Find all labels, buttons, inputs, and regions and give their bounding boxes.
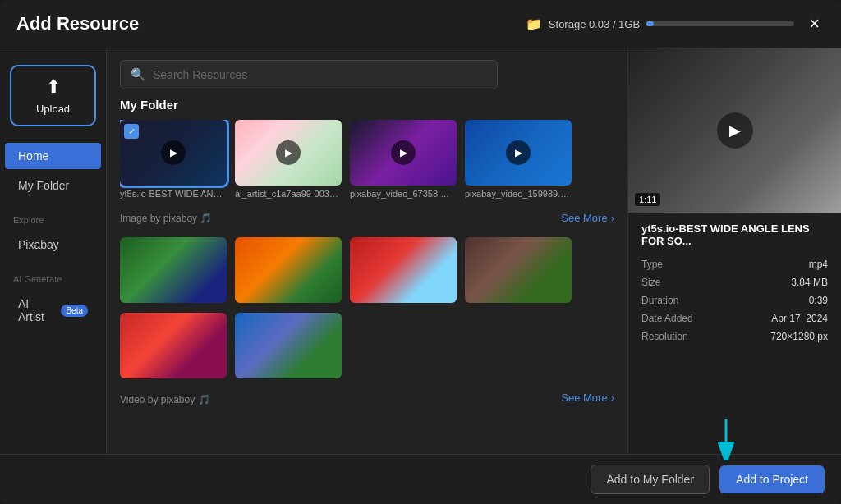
image-row-2 (120, 313, 614, 378)
see-more-button[interactable]: See More › (561, 208, 614, 227)
play-icon: ▶ (506, 140, 531, 165)
preview-play-icon[interactable]: ▶ (717, 112, 753, 149)
thumbnail[interactable] (235, 237, 342, 303)
thumbnail[interactable]: ✓ ▶ (120, 120, 227, 186)
image-row (120, 237, 614, 303)
header: Add Resource 📁 Storage 0.03 / 1GB × (0, 0, 841, 48)
play-icon: ▶ (161, 140, 186, 165)
item-label: ai_artist_c1a7aa99-003e-... (235, 189, 342, 199)
thumbnail[interactable]: ▶ (350, 120, 457, 186)
item-label: pixabay_video_159939.mp4 (465, 189, 572, 199)
play-icon: ▶ (391, 140, 416, 165)
info-row-date: Date Added Apr 17, 2024 (641, 313, 828, 324)
info-row-duration: Duration 0:39 (641, 295, 828, 306)
storage-label: Storage 0.03 / 1GB (549, 18, 640, 30)
item-label: pixabay_video_67358.mp4 (350, 189, 457, 199)
info-row-size: Size 3.84 MB (641, 277, 828, 288)
upload-label: Upload (36, 103, 70, 115)
sidebar-item-home[interactable]: Home (5, 143, 101, 169)
resolution-value: 720×1280 px (770, 331, 828, 342)
size-label: Size (641, 277, 660, 288)
modal-title: Add Resource (16, 13, 139, 34)
list-item[interactable] (235, 313, 342, 378)
list-item[interactable] (350, 237, 457, 303)
storage-bar-fill (646, 21, 654, 26)
sidebar-item-ai-artist[interactable]: AI Artist Beta (5, 291, 101, 330)
main-content: 🔍 My Folder ✓ ▶ yt5s.io-BEST WIDE ANGLE.… (107, 48, 627, 454)
preview-filename: yt5s.io-BEST WIDE ANGLE LENS FOR SO... (641, 222, 828, 247)
type-value: mp4 (809, 259, 828, 270)
folder-icon: 📁 (526, 16, 542, 32)
play-icon: ▶ (276, 140, 301, 165)
thumbnail[interactable] (120, 313, 227, 378)
right-panel: ▶ 1:11 yt5s.io-BEST WIDE ANGLE LENS FOR … (627, 48, 841, 454)
storage-bar-bg (646, 21, 794, 26)
thumbnail[interactable] (120, 237, 227, 303)
check-icon: ✓ (124, 124, 139, 139)
preview-duration: 1:11 (635, 193, 660, 206)
ai-section-label: AI Generate (0, 268, 106, 287)
beta-badge: Beta (61, 305, 88, 317)
thumbnail[interactable] (235, 313, 342, 378)
arrow-indicator (710, 419, 742, 460)
thumbnail[interactable]: ▶ (465, 120, 572, 186)
add-to-project-button[interactable]: Add to Project (719, 465, 825, 493)
video-credit: Video by pixaboy 🎵 (120, 394, 210, 405)
resolution-label: Resolution (641, 331, 688, 342)
chevron-right-icon: › (611, 212, 614, 224)
sidebar-item-pixabay[interactable]: Pixabay (5, 231, 101, 258)
duration-value: 0:39 (809, 295, 828, 306)
modal: Add Resource 📁 Storage 0.03 / 1GB × ⬆ Up… (0, 0, 841, 504)
upload-icon: ⬆ (46, 76, 61, 98)
footer: Add to My Folder Add to Project (0, 454, 841, 504)
list-item[interactable] (235, 237, 342, 303)
add-to-my-folder-button[interactable]: Add to My Folder (591, 465, 710, 494)
thumbnail[interactable] (465, 237, 572, 303)
search-bar: 🔍 (120, 60, 498, 89)
list-item[interactable] (120, 237, 227, 303)
chevron-right-icon-2: › (611, 392, 614, 404)
list-item[interactable]: ▶ pixabay_video_159939.mp4 (465, 120, 572, 199)
sidebar-item-my-folder[interactable]: My Folder (5, 172, 101, 199)
info-row-type: Type mp4 (641, 259, 828, 270)
header-right: 📁 Storage 0.03 / 1GB × (526, 11, 825, 36)
list-item[interactable] (120, 313, 227, 378)
storage-info: 📁 Storage 0.03 / 1GB (526, 16, 794, 32)
section-label-my-folder: My Folder (120, 98, 614, 112)
preview-thumbnail: ▶ 1:11 (628, 48, 841, 213)
grid-area: ✓ ▶ yt5s.io-BEST WIDE ANGLE... ▶ ai_arti… (120, 120, 614, 442)
video-row: ✓ ▶ yt5s.io-BEST WIDE ANGLE... ▶ ai_arti… (120, 120, 614, 199)
list-item[interactable]: ✓ ▶ yt5s.io-BEST WIDE ANGLE... (120, 120, 227, 199)
see-more-button-2[interactable]: See More › (561, 388, 614, 407)
body: ⬆ Upload Home My Folder Explore Pixabay … (0, 48, 841, 454)
list-item[interactable]: ▶ ai_artist_c1a7aa99-003e-... (235, 120, 342, 199)
date-label: Date Added (641, 313, 693, 324)
date-value: Apr 17, 2024 (771, 313, 828, 324)
upload-button[interactable]: ⬆ Upload (10, 65, 96, 126)
size-value: 3.84 MB (791, 277, 828, 288)
info-row-resolution: Resolution 720×1280 px (641, 331, 828, 342)
explore-section-label: Explore (0, 208, 106, 228)
list-item[interactable] (465, 237, 572, 303)
search-icon: 🔍 (131, 67, 146, 82)
type-label: Type (641, 259, 663, 270)
item-label: yt5s.io-BEST WIDE ANGLE... (120, 189, 227, 199)
thumbnail[interactable] (350, 237, 457, 303)
search-input[interactable] (153, 68, 487, 81)
preview-image: ▶ (628, 48, 841, 213)
preview-info: yt5s.io-BEST WIDE ANGLE LENS FOR SO... T… (628, 213, 841, 454)
sidebar: ⬆ Upload Home My Folder Explore Pixabay … (0, 48, 107, 454)
close-button[interactable]: × (804, 11, 825, 36)
image-credit: Image by pixaboy 🎵 (120, 213, 212, 224)
thumbnail[interactable]: ▶ (235, 120, 342, 186)
duration-label: Duration (641, 295, 678, 306)
list-item[interactable]: ▶ pixabay_video_67358.mp4 (350, 120, 457, 199)
